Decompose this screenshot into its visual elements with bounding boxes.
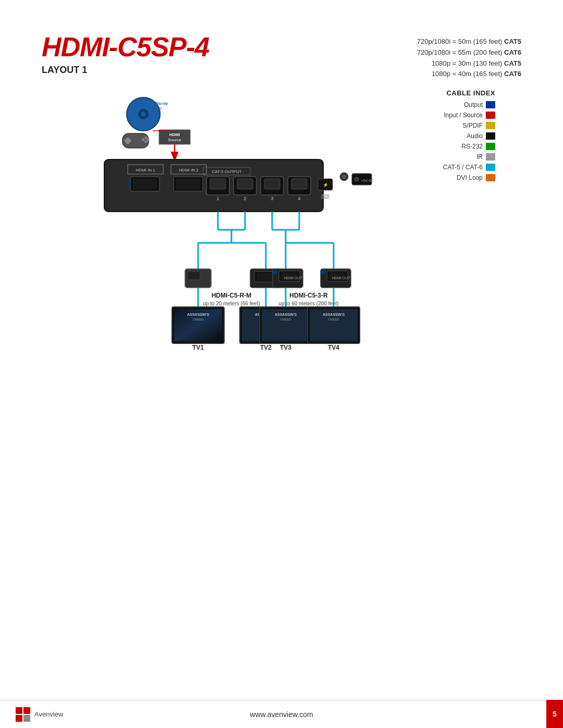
spec-line-4: 1080p = 40m (165 feet) CAT6 (417, 69, 521, 80)
logo-sq-gray (23, 715, 30, 722)
cable-swatch (486, 153, 495, 161)
cable-item: RS-232 (407, 143, 495, 150)
cable-swatch (486, 101, 495, 108)
product-title: HDMI-C5SP-4 (42, 31, 209, 63)
cable-label: RS-232 (461, 143, 483, 150)
svg-text:CREED: CREED (328, 318, 339, 321)
cable-item: CAT-5 / CAT-6 (407, 164, 495, 171)
svg-text:up to 60 meters (200 feet): up to 60 meters (200 feet) (278, 301, 338, 306)
svg-text:TV4: TV4 (328, 344, 339, 351)
svg-text:⌨: ⌨ (321, 193, 329, 200)
svg-text:HDMI-C5-3-R: HDMI-C5-3-R (289, 292, 328, 299)
footer-logo: Avenview (16, 707, 63, 722)
svg-text:HDMI: HDMI (169, 132, 180, 137)
svg-point-9 (145, 137, 148, 139)
cable-label: Audio (467, 132, 483, 140)
svg-text:ASSASSIN'S: ASSASSIN'S (275, 313, 297, 316)
svg-rect-25 (176, 179, 200, 189)
svg-text:HDMI OUT: HDMI OUT (284, 276, 302, 280)
svg-point-11 (147, 139, 150, 141)
svg-text:TV1: TV1 (192, 344, 204, 351)
svg-rect-23 (133, 179, 157, 189)
diagram-svg: Blu-ray Disc HDMI Source (42, 89, 401, 402)
svg-text:TV2: TV2 (260, 344, 272, 351)
svg-text:Disc: Disc (155, 106, 163, 110)
svg-text:HDMI IN 2: HDMI IN 2 (179, 168, 199, 172)
svg-point-73 (273, 270, 277, 274)
cable-index-title: CABLE INDEX (407, 89, 495, 97)
cable-item: Input / Source (407, 112, 495, 119)
footer-url: www.avenview.com (250, 710, 313, 719)
cable-label: IR (476, 153, 483, 161)
svg-text:HDMI OUT: HDMI OUT (332, 276, 350, 280)
svg-text:Source: Source (168, 138, 181, 142)
layout-label: LAYOUT 1 (42, 65, 209, 76)
svg-rect-36 (264, 179, 280, 189)
svg-text:CREED: CREED (280, 318, 291, 321)
page-container: HDMI-C5SP-4 LAYOUT 1 720p/1080i = 50m (1… (0, 0, 563, 728)
svg-rect-39 (291, 179, 307, 189)
cable-index: CABLE INDEX OutputInput / SourceS/PDIFAu… (401, 89, 495, 404)
cable-swatch (486, 164, 495, 171)
main-content: Blu-ray Disc HDMI Source (42, 89, 521, 404)
svg-text:up to 20 meters (66 feet): up to 20 meters (66 feet) (203, 301, 260, 306)
svg-rect-30 (210, 179, 226, 189)
cable-item: S/PDIF (407, 122, 495, 129)
cable-swatch (486, 143, 495, 150)
svg-point-45 (342, 175, 346, 179)
svg-text:CREED: CREED (192, 318, 204, 321)
spec-line-2: 720p/1080i = 55m (200 feet) CAT6 (417, 47, 521, 58)
page-footer: Avenview www.avenview.com 5 (0, 700, 563, 728)
cable-item: IR (407, 153, 495, 161)
svg-text:+5V DC: +5V DC (361, 179, 374, 182)
page-number: 5 (546, 700, 563, 728)
svg-text:ASSASSIN'S: ASSASSIN'S (323, 313, 345, 316)
cable-swatch (486, 112, 495, 119)
cable-item: DVI Loop (407, 174, 495, 181)
cable-label: S/PDIF (462, 122, 483, 129)
diagram-area: Blu-ray Disc HDMI Source (42, 89, 401, 404)
svg-text:HDMI-C5-R-M: HDMI-C5-R-M (212, 292, 252, 299)
svg-text:3: 3 (271, 196, 273, 201)
svg-point-47 (354, 177, 359, 181)
svg-point-2 (141, 112, 145, 116)
cable-item: Audio (407, 132, 495, 140)
cable-item: Output (407, 101, 495, 108)
svg-point-78 (321, 270, 325, 274)
cable-label: CAT-5 / CAT-6 (443, 164, 483, 171)
svg-text:Blu-ray: Blu-ray (155, 102, 168, 106)
svg-text:TV3: TV3 (280, 344, 291, 351)
svg-rect-7 (125, 139, 131, 142)
cable-swatch (486, 122, 495, 129)
svg-text:ASSASSIN'S: ASSASSIN'S (187, 313, 209, 316)
cable-swatch (486, 132, 495, 140)
cable-label: Input / Source (444, 112, 483, 119)
spec-line-3: 1080p = 30m (130 feet) CAT5 (417, 58, 521, 69)
header-section: HDMI-C5SP-4 LAYOUT 1 720p/1080i = 50m (1… (42, 31, 521, 84)
specs-block: 720p/1080i = 50m (165 feet) CAT5 720p/10… (417, 31, 521, 80)
svg-rect-71 (257, 273, 273, 280)
svg-text:CAT-5 OUTPUT: CAT-5 OUTPUT (212, 169, 241, 174)
svg-text:2: 2 (243, 196, 246, 201)
brand-name: Avenview (34, 710, 63, 718)
logo-sq-red-1 (16, 707, 22, 714)
cable-label: DVI Loop (457, 174, 483, 181)
svg-point-8 (142, 139, 145, 141)
svg-rect-33 (237, 179, 253, 189)
spec-line-1: 720p/1080i = 50m (165 feet) CAT5 (417, 36, 521, 47)
svg-text:4: 4 (298, 196, 300, 201)
svg-text:1: 1 (216, 196, 219, 201)
svg-rect-68 (188, 272, 200, 280)
svg-point-10 (145, 141, 148, 143)
logo-sq-red-3 (16, 715, 22, 722)
cable-swatch (486, 174, 495, 181)
svg-text:⚡: ⚡ (323, 182, 329, 188)
svg-text:HDMI IN 1: HDMI IN 1 (136, 168, 155, 172)
logo-squares (16, 707, 30, 722)
svg-rect-26 (128, 183, 130, 187)
cable-label: Output (464, 101, 483, 108)
logo-sq-red-2 (23, 707, 30, 714)
